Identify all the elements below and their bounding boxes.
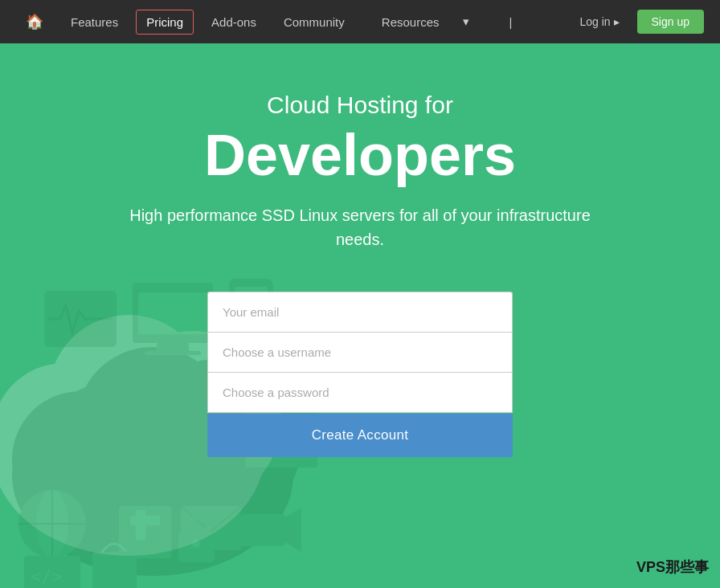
watermark: VPS那些事 [636, 557, 709, 577]
resources-caret-icon: ▾ [453, 10, 479, 34]
nav-resources[interactable]: Resources [372, 10, 449, 34]
navbar: 🏠 Features Pricing Add-ons Community Res… [0, 0, 720, 43]
create-account-button[interactable]: Create Account [207, 414, 513, 457]
hero-section: </> Cloud Hosting for Developers High pe… [0, 43, 720, 588]
nav-addons[interactable]: Add-ons [202, 10, 266, 34]
username-input[interactable] [207, 332, 513, 372]
email-input[interactable] [207, 292, 513, 332]
signup-button[interactable]: Sign up [637, 10, 704, 34]
nav-community[interactable]: Community [274, 10, 354, 34]
nav-divider: | [500, 10, 522, 34]
nav-resources-group: Resources ▾ [362, 5, 489, 39]
hero-title: Developers [204, 124, 516, 187]
password-input[interactable] [207, 372, 513, 413]
login-button[interactable]: Log in ▸ [570, 10, 628, 33]
nav-pricing[interactable]: Pricing [136, 10, 194, 35]
hero-subtitle-top: Cloud Hosting for [267, 92, 453, 119]
home-nav-link[interactable]: 🏠 [16, 8, 53, 35]
nav-features[interactable]: Features [61, 10, 128, 34]
svg-point-3 [48, 315, 209, 476]
signup-form: Create Account [207, 292, 513, 457]
